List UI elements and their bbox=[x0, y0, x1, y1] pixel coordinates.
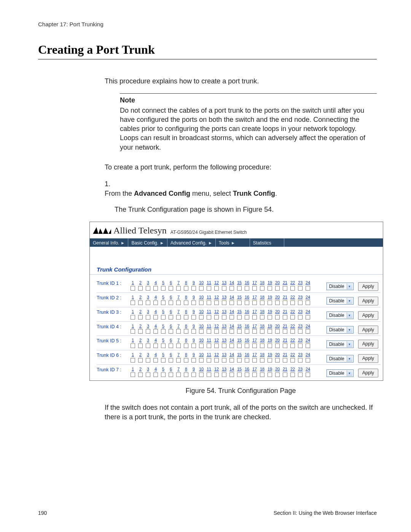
port-checkbox[interactable] bbox=[283, 315, 287, 320]
port-number[interactable]: 15 bbox=[236, 323, 243, 329]
port-number[interactable]: 7 bbox=[175, 323, 182, 329]
port-checkbox[interactable] bbox=[306, 372, 310, 377]
port-checkbox[interactable] bbox=[199, 300, 204, 305]
apply-button[interactable]: Apply bbox=[358, 326, 378, 334]
port-number[interactable]: 24 bbox=[304, 352, 311, 358]
port-number[interactable]: 5 bbox=[160, 309, 167, 315]
port-number[interactable]: 7 bbox=[175, 366, 182, 372]
port-checkbox[interactable] bbox=[290, 372, 295, 377]
port-number[interactable]: 12 bbox=[213, 280, 220, 286]
port-checkbox[interactable] bbox=[138, 329, 143, 334]
port-number[interactable]: 3 bbox=[145, 323, 151, 329]
port-number[interactable]: 14 bbox=[228, 309, 235, 315]
state-select[interactable]: Disable▾ bbox=[327, 340, 354, 348]
port-number[interactable]: 11 bbox=[206, 352, 212, 358]
port-number[interactable]: 21 bbox=[282, 323, 288, 329]
port-checkbox[interactable] bbox=[214, 286, 219, 291]
port-checkbox[interactable] bbox=[176, 315, 181, 320]
state-select[interactable]: Disable▾ bbox=[327, 355, 354, 363]
port-number[interactable]: 6 bbox=[167, 309, 174, 315]
port-number[interactable]: 12 bbox=[213, 309, 220, 315]
port-checkbox[interactable] bbox=[207, 315, 211, 320]
port-checkbox[interactable] bbox=[229, 358, 234, 363]
port-checkbox[interactable] bbox=[146, 300, 150, 305]
port-checkbox[interactable] bbox=[214, 329, 219, 334]
port-number[interactable]: 10 bbox=[198, 337, 205, 343]
port-checkbox[interactable] bbox=[298, 286, 303, 291]
port-checkbox[interactable] bbox=[191, 300, 196, 305]
port-checkbox[interactable] bbox=[290, 329, 295, 334]
port-checkbox[interactable] bbox=[214, 358, 219, 363]
port-checkbox[interactable] bbox=[222, 343, 226, 348]
port-checkbox[interactable] bbox=[260, 286, 264, 291]
port-checkbox[interactable] bbox=[138, 315, 143, 320]
port-number[interactable]: 12 bbox=[213, 352, 220, 358]
port-checkbox[interactable] bbox=[283, 329, 287, 334]
port-number[interactable]: 11 bbox=[206, 294, 212, 300]
port-checkbox[interactable] bbox=[199, 315, 204, 320]
port-checkbox[interactable] bbox=[245, 358, 249, 363]
port-checkbox[interactable] bbox=[199, 372, 204, 377]
port-number[interactable]: 21 bbox=[282, 294, 288, 300]
port-checkbox[interactable] bbox=[268, 286, 272, 291]
port-checkbox[interactable] bbox=[298, 343, 303, 348]
port-number[interactable]: 12 bbox=[213, 323, 220, 329]
port-number[interactable]: 12 bbox=[213, 337, 220, 343]
port-checkbox[interactable] bbox=[153, 286, 158, 291]
port-checkbox[interactable] bbox=[306, 315, 310, 320]
port-checkbox[interactable] bbox=[214, 343, 219, 348]
port-checkbox[interactable] bbox=[191, 372, 196, 377]
port-number[interactable]: 8 bbox=[183, 294, 190, 300]
port-number[interactable]: 7 bbox=[175, 309, 182, 315]
port-number[interactable]: 3 bbox=[145, 309, 151, 315]
port-checkbox[interactable] bbox=[169, 300, 173, 305]
port-number[interactable]: 4 bbox=[152, 337, 159, 343]
port-number[interactable]: 13 bbox=[221, 366, 228, 372]
port-number[interactable]: 17 bbox=[251, 309, 258, 315]
port-checkbox[interactable] bbox=[252, 343, 257, 348]
port-number[interactable]: 6 bbox=[167, 337, 174, 343]
port-number[interactable]: 6 bbox=[167, 366, 174, 372]
port-number[interactable]: 4 bbox=[152, 323, 159, 329]
port-checkbox[interactable] bbox=[222, 372, 226, 377]
port-checkbox[interactable] bbox=[184, 372, 188, 377]
port-number[interactable]: 22 bbox=[289, 352, 296, 358]
port-number[interactable]: 19 bbox=[266, 294, 273, 300]
port-checkbox[interactable] bbox=[260, 343, 264, 348]
port-checkbox[interactable] bbox=[237, 300, 242, 305]
port-number[interactable]: 18 bbox=[259, 323, 266, 329]
port-number[interactable]: 19 bbox=[266, 323, 273, 329]
port-checkbox[interactable] bbox=[176, 286, 181, 291]
menu-statistics[interactable]: Statistics bbox=[250, 238, 284, 247]
port-number[interactable]: 20 bbox=[274, 366, 281, 372]
port-checkbox[interactable] bbox=[260, 300, 264, 305]
port-checkbox[interactable] bbox=[245, 343, 249, 348]
port-number[interactable]: 22 bbox=[289, 337, 296, 343]
port-number[interactable]: 15 bbox=[236, 294, 243, 300]
menu-advanced-config[interactable]: Advanced Config.▶ bbox=[167, 238, 216, 247]
port-number[interactable]: 11 bbox=[206, 323, 212, 329]
port-number[interactable]: 17 bbox=[251, 352, 258, 358]
port-number[interactable]: 23 bbox=[297, 294, 304, 300]
port-number[interactable]: 14 bbox=[228, 323, 235, 329]
port-checkbox[interactable] bbox=[146, 329, 150, 334]
port-checkbox[interactable] bbox=[237, 315, 242, 320]
state-select[interactable]: Disable▾ bbox=[327, 297, 354, 305]
port-number[interactable]: 3 bbox=[145, 366, 151, 372]
port-number[interactable]: 21 bbox=[282, 352, 288, 358]
port-number[interactable]: 1 bbox=[129, 280, 136, 286]
port-checkbox[interactable] bbox=[207, 300, 211, 305]
port-number[interactable]: 20 bbox=[274, 337, 281, 343]
port-checkbox[interactable] bbox=[268, 372, 272, 377]
port-number[interactable]: 14 bbox=[228, 337, 235, 343]
port-number[interactable]: 9 bbox=[190, 337, 197, 343]
port-checkbox[interactable] bbox=[176, 343, 181, 348]
port-number[interactable]: 10 bbox=[198, 323, 205, 329]
port-checkbox[interactable] bbox=[306, 358, 310, 363]
port-number[interactable]: 5 bbox=[160, 323, 167, 329]
port-number[interactable]: 24 bbox=[304, 366, 311, 372]
port-number[interactable]: 16 bbox=[244, 294, 250, 300]
port-number[interactable]: 6 bbox=[167, 280, 174, 286]
port-checkbox[interactable] bbox=[275, 343, 280, 348]
port-number[interactable]: 1 bbox=[129, 323, 136, 329]
